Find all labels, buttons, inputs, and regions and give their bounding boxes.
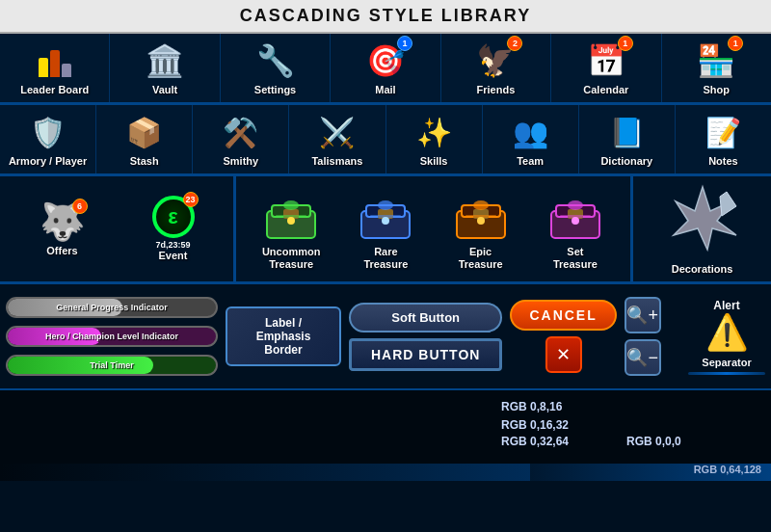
rare-treasure-item[interactable]: RareTreasure [352,188,419,271]
label-line2: Emphasis [256,330,311,343]
team-label: Team [517,155,544,168]
nav-row-2: 🛡️ Armory / Player 📦 Stash ⚒️ Smithy ⚔️ … [0,105,771,176]
sidebar-item-mail[interactable]: 🎯 1 Mail [331,34,440,102]
rare-treasure-icon [352,188,419,246]
epic-treasure-item[interactable]: EpicTreasure [447,188,515,271]
nav-row-1: Leader Board 🏛️ Vault 🔧 Settings 🎯 1 Mai… [0,34,771,105]
calendar-label: Calendar [583,84,628,96]
rgb-label-5: RGB 0,64,128 [694,464,761,475]
calendar-badge: 1 [618,36,633,51]
talismans-label: Talismans [311,155,362,168]
rgb-row-3-4: RGB 0,32,64 RGB 0,0,0 [251,435,771,448]
stash-icon: 📦 [121,111,168,153]
trial-timer-bar: Trial Timer [6,355,218,376]
general-progress-bar: General Progress Indicator [6,297,218,318]
sidebar-item-armory-player[interactable]: 🛡️ Armory / Player [0,105,96,173]
sidebar-item-skills[interactable]: ✨ Skills [386,105,483,173]
title-text: CASCADING STYLE LIBRARY [240,6,531,25]
sidebar-item-leader-board[interactable]: Leader Board [0,34,110,102]
armory-icon: 🛡️ [25,111,71,153]
decorations-label: Decorations [672,263,733,276]
sidebar-item-smithy[interactable]: ⚒️ Smithy [193,105,289,173]
sidebar-item-talismans[interactable]: ⚔️ Talismans [289,105,386,173]
set-treasure-label: SetTreasure [553,246,598,271]
uncommon-treasure-item[interactable]: UncommonTreasure [257,188,325,271]
sidebar-item-notes[interactable]: 📝 Notes [676,105,771,173]
set-treasure-icon [542,188,609,246]
label-emphasis-box: Label / Emphasis Border [226,306,341,366]
rgb-row-2: RGB 0,16,32 [251,416,771,434]
sidebar-item-stash[interactable]: 📦 Stash [96,105,193,173]
skills-icon: ✨ [411,111,457,153]
offers-item[interactable]: 🐺 6 Offers [40,200,86,257]
calendar-icon: 📅 1 [583,40,629,82]
talismans-icon: ⚔️ [314,111,360,153]
treasures-section: UncommonTreasure RareTreasure [236,176,633,281]
rare-treasure-label: RareTreasure [363,246,408,271]
soft-button[interactable]: Soft Button [349,303,502,332]
dictionary-icon: 📘 [603,111,650,153]
separator-line [688,372,765,375]
middle-row: 🐺 6 Offers ε 23 7d,23:59 Event [0,176,771,284]
label-line3: Border [264,343,302,357]
notes-label: Notes [708,155,738,168]
svg-point-21 [568,200,583,210]
event-badge: 23 [183,192,199,207]
label-line1: Label / [265,316,302,330]
zoom-out-button[interactable]: 🔍− [625,339,661,376]
x-button[interactable]: ✕ [545,336,582,373]
vault-icon: 🏛️ [142,40,188,82]
rgb-label-2: RGB 0,16,32 [501,418,569,432]
zoom-buttons: 🔍+ 🔍− [625,297,661,376]
sidebar-item-dictionary[interactable]: 📘 Dictionary [579,105,676,173]
sidebar-item-calendar[interactable]: 📅 1 Calendar [551,34,661,102]
sidebar-item-settings[interactable]: 🔧 Settings [221,34,331,102]
decorations-section[interactable]: Decorations [633,176,771,281]
hard-button[interactable]: HARD BUTTON [349,338,502,371]
hero-champion-bar: Hero / Champion Level Indicator [6,326,218,347]
stash-label: Stash [130,155,159,168]
svg-point-23 [572,217,579,225]
skills-label: Skills [420,155,448,168]
mail-badge: 1 [397,36,412,51]
uncommon-treasure-icon [257,188,325,246]
page-title: CASCADING STYLE LIBRARY [0,0,771,34]
progress-section: General Progress Indicator Hero / Champi… [6,297,218,376]
sidebar-item-shop[interactable]: 🏪 1 Shop [662,34,771,102]
event-item[interactable]: ε 23 7d,23:59 Event [152,196,195,262]
general-progress-label: General Progress Indicator [56,303,168,312]
svg-point-9 [378,200,393,210]
offers-icon: 🐺 6 [40,200,86,243]
rgb-label-3: RGB 0,32,64 [501,435,569,448]
sidebar-item-friends[interactable]: 🦅 2 Friends [441,34,551,102]
friends-badge: 2 [507,36,522,51]
alert-label: Alert [713,299,739,312]
uncommon-treasure-label: UncommonTreasure [262,246,321,271]
mail-label: Mail [375,84,395,96]
sidebar-item-team[interactable]: 👥 Team [483,105,579,173]
main-buttons: Soft Button HARD BUTTON [349,303,502,371]
event-label: Event [159,250,188,262]
dictionary-label: Dictionary [600,155,652,168]
rgb-label-4: RGB 0,0,0 [626,435,681,448]
offers-label: Offers [46,245,77,257]
friends-icon: 🦅 2 [472,40,518,82]
sidebar-item-vault[interactable]: 🏛️ Vault [110,34,220,102]
set-treasure-item[interactable]: SetTreasure [542,188,609,271]
svg-point-3 [283,200,299,210]
settings-icon: 🔧 [253,40,299,82]
armory-label: Armory / Player [9,155,87,168]
svg-point-5 [287,217,295,225]
zoom-in-button[interactable]: 🔍+ [625,297,661,333]
alert-icon: ⚠️ [705,312,749,353]
middle-left: 🐺 6 Offers ε 23 7d,23:59 Event [0,176,236,281]
epic-treasure-label: EpicTreasure [459,246,503,271]
rgb-label-1: RGB 0,8,16 [501,400,562,413]
svg-point-17 [477,217,485,225]
team-icon: 👥 [507,111,553,153]
cancel-button[interactable]: CANCEL [510,300,616,331]
svg-marker-25 [720,192,736,216]
leader-board-label: Leader Board [20,84,89,96]
action-buttons: CANCEL ✕ [510,300,616,373]
trial-timer-label: Trial Timer [90,360,133,370]
